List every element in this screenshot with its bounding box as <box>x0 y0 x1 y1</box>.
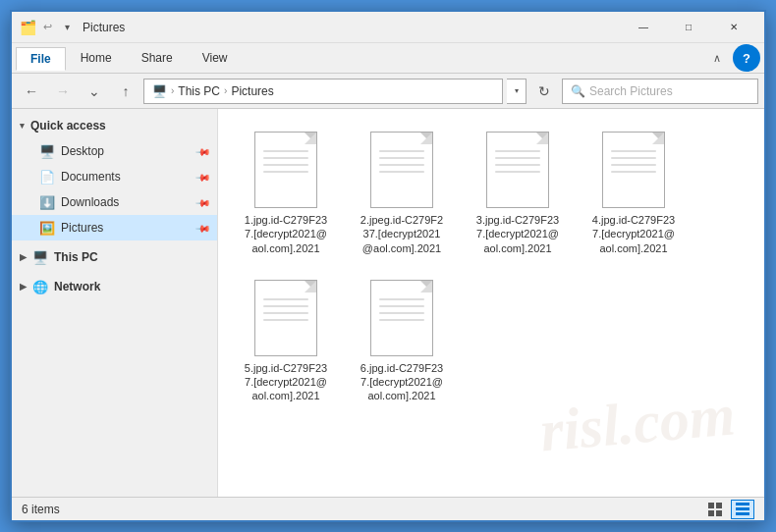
sidebar-desktop-label: Desktop <box>61 144 104 158</box>
pin-icon: 📌 <box>195 143 211 159</box>
help-button[interactable]: ? <box>733 44 760 72</box>
search-placeholder: Search Pictures <box>589 84 673 98</box>
network-icon: 🌐 <box>32 279 48 294</box>
file-icon-6 <box>366 279 437 357</box>
sidebar-downloads-label: Downloads <box>61 195 119 209</box>
tab-home[interactable]: Home <box>66 46 127 70</box>
undo-icon: ↩ <box>39 20 55 35</box>
sidebar-network-label: Network <box>54 280 100 293</box>
file-label-3: 3.jpg.id-C279F237.[decrypt2021@aol.com].… <box>476 213 559 255</box>
title-bar: 🗂️ ↩ ▾ Pictures — □ ✕ <box>12 12 764 43</box>
sidebar-section-quickaccess[interactable]: ▾ Quick access <box>12 113 217 138</box>
file-item-3[interactable]: 3.jpg.id-C279F237.[decrypt2021@aol.com].… <box>464 123 572 263</box>
expand-icon: ▾ <box>20 121 25 131</box>
pin-icon-docs: 📌 <box>195 169 211 185</box>
window-title: Pictures <box>83 21 621 34</box>
svg-rect-1 <box>716 503 722 508</box>
address-path[interactable]: 🖥️ › This PC › Pictures <box>143 79 503 104</box>
breadcrumb-thispc[interactable]: This PC <box>178 84 220 98</box>
search-icon: 🔍 <box>571 84 585 98</box>
sidebar-item-pictures[interactable]: 🖼️ Pictures 📌 <box>12 215 217 240</box>
status-bar: 6 items <box>12 497 764 520</box>
tab-file[interactable]: File <box>16 47 66 71</box>
file-label-6: 6.jpg.id-C279F237.[decrypt2021@aol.com].… <box>360 361 443 403</box>
tab-share[interactable]: Share <box>127 46 188 70</box>
svg-rect-0 <box>708 503 714 508</box>
address-dropdown-button[interactable]: ▾ <box>507 79 527 104</box>
large-icons-view-icon <box>736 503 749 516</box>
file-item-1[interactable]: 1.jpg.id-C279F237.[decrypt2021@aol.com].… <box>232 123 340 263</box>
recent-locations-button[interactable]: ⌄ <box>81 78 108 105</box>
ribbon-tabs: File Home Share View ∧ ? <box>12 43 764 73</box>
sidebar-section-network[interactable]: ▶ 🌐 Network <box>12 274 217 299</box>
folder-icon: 🗂️ <box>20 20 35 35</box>
file-item-2[interactable]: 2.jpeg.id-C279F237.[decrypt2021@aol.com]… <box>348 123 456 263</box>
breadcrumb: 🖥️ › This PC › Pictures <box>152 84 274 98</box>
grid-view-button[interactable] <box>703 500 727 519</box>
file-icon-4 <box>598 131 669 209</box>
sidebar-thispc-label: This PC <box>54 250 98 264</box>
sidebar-quickaccess-label: Quick access <box>30 119 106 133</box>
pin-dropdown-icon[interactable]: ▾ <box>59 20 75 35</box>
file-icon-1 <box>250 131 321 209</box>
file-label-1: 1.jpg.id-C279F237.[decrypt2021@aol.com].… <box>245 213 327 255</box>
svg-rect-4 <box>736 503 749 505</box>
sidebar-section-thispc[interactable]: ▶ 🖥️ This PC <box>12 244 217 270</box>
svg-rect-5 <box>736 507 749 510</box>
file-grid: 1.jpg.id-C279F237.[decrypt2021@aol.com].… <box>228 119 754 415</box>
svg-rect-2 <box>708 510 714 516</box>
grid-view-icon <box>708 503 722 516</box>
breadcrumb-pictures[interactable]: Pictures <box>231 84 273 98</box>
network-expand-icon: ▶ <box>20 282 27 292</box>
content-area: ▾ Quick access 🖥️ Desktop 📌 📄 Documents … <box>12 109 764 497</box>
pin-icon-pics: 📌 <box>195 220 211 236</box>
window-controls: — □ ✕ <box>621 12 756 43</box>
svg-rect-3 <box>716 510 722 516</box>
minimize-button[interactable]: — <box>621 12 666 43</box>
thispc-expand-icon: ▶ <box>20 252 27 262</box>
file-label-2: 2.jpeg.id-C279F237.[decrypt2021@aol.com]… <box>360 213 443 255</box>
breadcrumb-computer-icon: 🖥️ <box>152 84 167 98</box>
documents-icon: 📄 <box>39 169 55 185</box>
file-item-4[interactable]: 4.jpg.id-C279F237.[decrypt2021@aol.com].… <box>580 123 688 263</box>
thispc-icon: 🖥️ <box>32 249 48 265</box>
sidebar-item-desktop[interactable]: 🖥️ Desktop 📌 <box>12 138 217 164</box>
explorer-window: 🗂️ ↩ ▾ Pictures — □ ✕ File Home Share Vi… <box>10 10 766 522</box>
back-button[interactable]: ← <box>18 78 45 105</box>
file-item-5[interactable]: 5.jpg.id-C279F237.[decrypt2021@aol.com].… <box>232 271 340 411</box>
tab-view[interactable]: View <box>188 46 243 70</box>
title-bar-icons: 🗂️ ↩ ▾ <box>20 20 75 35</box>
close-button[interactable]: ✕ <box>711 12 756 43</box>
sidebar-documents-label: Documents <box>61 170 121 184</box>
refresh-button[interactable]: ↻ <box>530 78 558 105</box>
file-item-6[interactable]: 6.jpg.id-C279F237.[decrypt2021@aol.com].… <box>348 271 456 411</box>
file-label-4: 4.jpg.id-C279F237.[decrypt2021@aol.com].… <box>592 213 675 255</box>
up-button[interactable]: ↑ <box>112 78 139 105</box>
pictures-icon: 🖼️ <box>39 220 55 236</box>
maximize-button[interactable]: □ <box>666 12 711 43</box>
sidebar-item-documents[interactable]: 📄 Documents 📌 <box>12 164 217 189</box>
sidebar-item-downloads[interactable]: ⬇️ Downloads 📌 <box>12 189 217 215</box>
svg-rect-6 <box>736 512 749 515</box>
search-box[interactable]: 🔍 Search Pictures <box>562 79 758 104</box>
file-area: risl.com 1.jpg.id-C279F237. <box>218 109 764 497</box>
downloads-icon: ⬇️ <box>39 194 55 210</box>
address-bar: ← → ⌄ ↑ 🖥️ › This PC › Pictures ▾ ↻ 🔍 Se… <box>12 74 764 109</box>
pin-icon-dl: 📌 <box>195 194 211 210</box>
file-label-5: 5.jpg.id-C279F237.[decrypt2021@aol.com].… <box>245 361 327 403</box>
sidebar: ▾ Quick access 🖥️ Desktop 📌 📄 Documents … <box>12 109 218 497</box>
view-controls <box>703 500 754 519</box>
ribbon: File Home Share View ∧ ? <box>12 43 764 74</box>
file-icon-2 <box>366 131 437 209</box>
file-icon-3 <box>482 131 553 209</box>
ribbon-expand-button[interactable]: ∧ <box>705 48 729 69</box>
item-count: 6 items <box>22 503 60 516</box>
desktop-icon: 🖥️ <box>39 143 55 159</box>
large-icons-view-button[interactable] <box>731 500 754 519</box>
sidebar-pictures-label: Pictures <box>61 221 103 235</box>
file-icon-5 <box>250 279 321 357</box>
forward-button[interactable]: → <box>49 78 77 105</box>
